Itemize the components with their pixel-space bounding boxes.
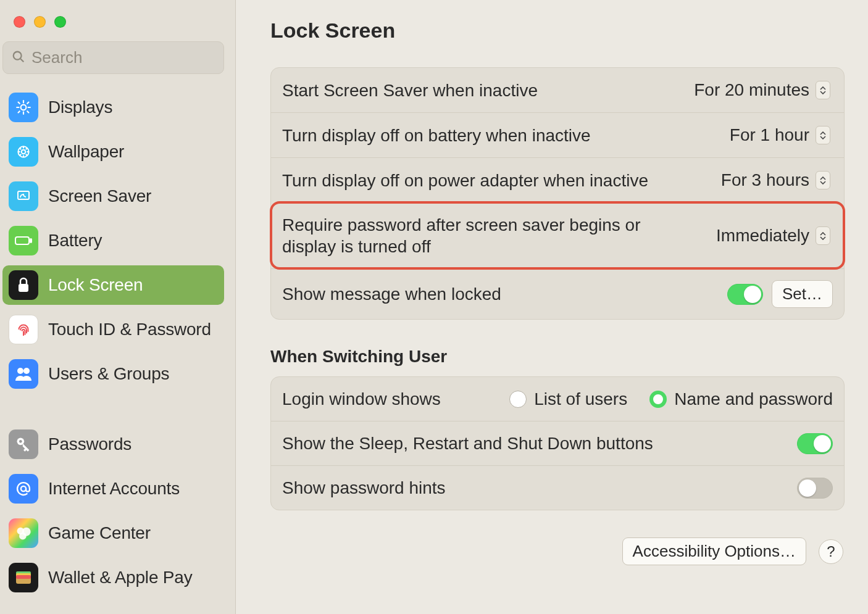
footer: Accessibility Options… ? [270, 537, 845, 565]
sidebar-item-label: Lock Screen [48, 275, 143, 295]
sidebar-item-passwords[interactable]: Passwords [2, 425, 224, 464]
dropdown-value: For 20 minutes [694, 80, 809, 100]
wallet-icon [9, 563, 38, 592]
row-password-hints: Show password hints [271, 465, 844, 510]
chevron-up-down-icon [816, 226, 830, 245]
sidebar-list: Displays Wallpaper Screen Saver Battery [0, 83, 235, 614]
chevron-up-down-icon [816, 171, 830, 189]
chevron-up-down-icon [816, 81, 830, 99]
users-icon [9, 359, 38, 389]
main-content: Lock Screen Start Screen Saver when inac… [236, 0, 868, 614]
dropdown-value: For 1 hour [730, 125, 809, 145]
row-label: Login window shows [282, 388, 441, 410]
svg-rect-28 [16, 575, 31, 579]
row-label: Show message when locked [282, 283, 501, 305]
sidebar-item-internet-accounts[interactable]: Internet Accounts [2, 469, 224, 508]
screen-saver-icon [9, 181, 38, 211]
sidebar-item-label: Users & Groups [48, 364, 169, 384]
sidebar-item-label: Battery [48, 231, 102, 251]
fullscreen-window-button[interactable] [54, 16, 66, 28]
svg-line-6 [27, 111, 28, 112]
sidebar-item-users-groups[interactable]: Users & Groups [2, 354, 224, 394]
wallpaper-icon [9, 137, 38, 167]
sleep-buttons-toggle[interactable] [797, 433, 833, 454]
svg-line-9 [19, 111, 20, 112]
svg-point-18 [23, 368, 30, 374]
touch-id-icon [9, 315, 38, 344]
sidebar-item-label: Wallpaper [48, 142, 124, 162]
sidebar-item-battery[interactable]: Battery [2, 221, 224, 260]
svg-point-17 [17, 368, 23, 374]
radio-label: Name and password [674, 389, 833, 409]
row-label: Require password after screen saver begi… [282, 214, 677, 257]
sidebar-item-label: Game Center [48, 523, 151, 543]
minimize-window-button[interactable] [34, 16, 46, 28]
sidebar-item-label: Displays [48, 97, 112, 117]
sidebar-item-label: Passwords [48, 434, 131, 454]
row-display-off-power: Turn display off on power adapter when i… [271, 157, 844, 202]
row-display-off-battery: Turn display off on battery when inactiv… [271, 112, 844, 157]
row-label: Turn display off on power adapter when i… [282, 170, 648, 191]
page-title: Lock Screen [270, 19, 845, 43]
radio-icon [509, 391, 527, 408]
lock-icon [9, 270, 38, 300]
row-login-window: Login window shows List of users Name an… [271, 377, 844, 421]
sidebar: Displays Wallpaper Screen Saver Battery [0, 0, 236, 614]
require-password-dropdown[interactable]: Immediately [710, 225, 833, 247]
svg-rect-15 [30, 239, 31, 243]
key-icon [9, 429, 38, 459]
accessibility-options-button[interactable]: Accessibility Options… [622, 537, 806, 565]
svg-point-2 [21, 105, 27, 110]
search-field[interactable] [2, 41, 224, 74]
radio-name-and-password[interactable]: Name and password [649, 389, 833, 409]
row-require-password: Require password after screen saver begi… [271, 202, 844, 268]
game-center-icon [9, 518, 38, 548]
display-battery-dropdown[interactable]: For 1 hour [724, 124, 833, 146]
settings-panel-2: Login window shows List of users Name an… [270, 376, 845, 510]
svg-point-20 [19, 440, 22, 443]
row-label: Show the Sleep, Restart and Shut Down bu… [282, 433, 653, 454]
password-hints-toggle[interactable] [797, 478, 833, 499]
row-label: Turn display off on battery when inactiv… [282, 125, 591, 146]
dropdown-value: Immediately [716, 226, 809, 246]
row-label: Show password hints [282, 477, 446, 499]
sidebar-item-wallpaper[interactable]: Wallpaper [2, 132, 224, 172]
row-screen-saver-inactive: Start Screen Saver when inactive For 20 … [271, 68, 844, 112]
search-icon [12, 50, 25, 66]
svg-point-0 [14, 51, 22, 59]
window-controls [0, 7, 235, 41]
svg-rect-16 [19, 284, 28, 292]
svg-point-24 [19, 533, 27, 540]
battery-icon [9, 226, 38, 255]
show-message-toggle[interactable] [727, 284, 763, 305]
sidebar-item-label: Internet Accounts [48, 479, 180, 499]
sidebar-item-label: Wallet & Apple Pay [48, 568, 192, 587]
svg-point-21 [21, 486, 26, 491]
sidebar-item-label: Touch ID & Password [48, 320, 211, 339]
displays-icon [9, 93, 38, 122]
radio-label: List of users [534, 389, 627, 409]
close-window-button[interactable] [14, 16, 25, 28]
login-window-radio-group: List of users Name and password [509, 389, 833, 409]
screen-saver-dropdown[interactable]: For 20 minutes [688, 79, 833, 101]
svg-line-1 [20, 59, 23, 62]
display-power-dropdown[interactable]: For 3 hours [715, 169, 833, 191]
search-input[interactable] [31, 48, 215, 67]
sidebar-item-displays[interactable]: Displays [2, 88, 224, 127]
chevron-up-down-icon [816, 126, 830, 144]
svg-point-12 [22, 150, 26, 154]
sidebar-item-screen-saver[interactable]: Screen Saver [2, 176, 224, 216]
sidebar-item-touch-id[interactable]: Touch ID & Password [2, 310, 224, 349]
section-heading: When Switching User [270, 347, 845, 367]
radio-icon [649, 391, 667, 408]
at-sign-icon [9, 474, 38, 504]
help-button[interactable]: ? [819, 539, 843, 564]
row-sleep-restart-shutdown: Show the Sleep, Restart and Shut Down bu… [271, 421, 844, 465]
radio-list-of-users[interactable]: List of users [509, 389, 627, 409]
sidebar-item-game-center[interactable]: Game Center [2, 513, 224, 553]
sidebar-item-wallet[interactable]: Wallet & Apple Pay [2, 558, 224, 597]
sidebar-item-lock-screen[interactable]: Lock Screen [2, 265, 224, 305]
set-message-button[interactable]: Set… [772, 280, 833, 308]
svg-line-10 [27, 102, 28, 104]
settings-panel-1: Start Screen Saver when inactive For 20 … [270, 67, 845, 320]
